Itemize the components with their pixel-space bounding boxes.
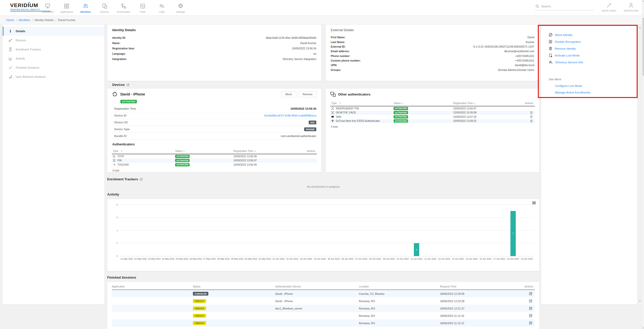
open-session-icon[interactable] [529, 299, 532, 303]
open-session-icon[interactable] [529, 314, 532, 317]
open-session-icon[interactable] [529, 292, 532, 295]
nav-item-devices[interactable]: Devices [95, 0, 114, 16]
device-os-badge: iOS [309, 121, 316, 124]
chart-bar-cell [368, 205, 382, 256]
chart-bar[interactable]: 7 [510, 211, 516, 256]
session-row[interactable]: CANCELED David - iPhone Czechia, CZ, Bla… [112, 290, 535, 297]
user-behavior-icon [8, 75, 13, 79]
external-row: Custom phone number:+420733451101 [331, 58, 534, 63]
trash-icon [549, 47, 552, 50]
column-header[interactable]: Status⇅ [394, 102, 453, 105]
nav-item-audit[interactable]: Audit [152, 0, 171, 16]
magic-wand-icon [606, 2, 612, 8]
search-input[interactable] [541, 5, 587, 8]
table-row[interactable]: TOUCHID ACTIVATED 10/05/2022 13:56:49 [112, 163, 317, 167]
breadcrumb-identities-link[interactable]: Identities [19, 18, 30, 22]
user-menu[interactable]: David Kuchar [624, 2, 638, 12]
scrollbar-up-icon[interactable]: ▲ [642, 0, 644, 2]
block-identity-action[interactable]: Block Identity [549, 31, 637, 38]
sidebar-item-user-behavior-analysis[interactable]: User Behavior Analysis [3, 72, 104, 81]
table-row[interactable]: DESKTOP_FACE ACTIVATED 12/05/2022 10:35:… [330, 111, 535, 115]
table-row[interactable]: INDEPENDENT PIN ACTIVATED 10/05/2022 13:… [330, 106, 535, 111]
sidebar-item-finished-sessions[interactable]: Finished Sessions [3, 63, 104, 72]
configure-lost-mode-link[interactable]: Configure Lost Mode [555, 84, 637, 87]
delete-authenticator-icon[interactable] [530, 120, 533, 123]
panel-scroll-up-icon[interactable]: ▲ [639, 26, 641, 29]
column-header[interactable]: Type⇅ [330, 102, 394, 105]
nav-item-orchestrator[interactable]: Orchestrator [114, 0, 133, 16]
nav-item-settings[interactable]: ⚙ Settings [171, 0, 190, 16]
column-header[interactable]: Status⇅ [175, 150, 233, 152]
column-header[interactable]: Registration Time⇅ [453, 102, 517, 105]
x-axis-label: 24 May 2022 [161, 258, 175, 260]
session-row[interactable]: TIMEOUT Romania, RO 18/06/2022 11:12:16 [112, 312, 535, 319]
breadcrumb-home-link[interactable]: Home [6, 18, 14, 22]
chart-bar-cell [272, 205, 285, 256]
identity-row: Registration time:10/05/2022 13:56:34 [112, 46, 316, 51]
remove-device-button[interactable]: Remove [298, 91, 317, 97]
scrollbar-down-icon[interactable]: ▼ [642, 327, 644, 329]
disable-recognition-action[interactable]: Disable Recognition [549, 38, 637, 45]
sidebar-item-devices[interactable]: Devices [3, 36, 104, 45]
chart-bar-cell [299, 205, 313, 256]
chart-bar-cell [120, 205, 134, 256]
sidebar-item-enrolment-trackers[interactable]: Enrolment Trackers [3, 45, 104, 54]
quick-actions-button[interactable]: Quick Actions [602, 2, 616, 12]
chart-bar-cell: 2 [410, 205, 423, 256]
session-row[interactable]: TIMEOUT Romania, RO 18/06/2022 11:12:12 [112, 319, 535, 327]
sidebar-item-activity[interactable]: Activity [3, 54, 104, 63]
nav-item-tools[interactable]: Tools [133, 0, 152, 16]
x-axis-label: 01 Jun 2022 [272, 258, 285, 260]
page-scrollbar[interactable]: ▲ ▼ [642, 0, 644, 329]
x-axis-label: 15 Jun 2022 [465, 258, 479, 260]
activity-header: Activity [107, 192, 119, 196]
scrollbar-thumb[interactable] [642, 18, 644, 76]
activate-lost-mode-action[interactable]: Activate Lost Mode [549, 52, 637, 59]
table-row[interactable]: TOTP ACTIVATED 10/05/2022 13:56:49 [112, 154, 317, 159]
nav-item-identities[interactable]: Identities [76, 0, 95, 16]
nav-item-applications[interactable]: Applications [57, 0, 76, 16]
device-field-row: Device Type PHONE [112, 126, 317, 133]
table-row[interactable]: GoTrust Idem Key FIDO2 Authenticator ACT… [330, 119, 535, 123]
column-header[interactable]: Type⇅ [112, 150, 175, 152]
info-icon: i [8, 29, 13, 33]
remove-identity-action[interactable]: Remove Identity [549, 45, 637, 52]
sidebar-item-details[interactable]: i Details [3, 27, 104, 36]
external-row: Last Name:Kuchar [331, 40, 534, 44]
sort-icon: ⇅ [254, 150, 256, 152]
delete-authenticator-icon[interactable] [530, 111, 533, 114]
status-badge: ACTIVATED [394, 115, 408, 119]
open-session-icon[interactable] [529, 321, 532, 325]
check-icon [8, 66, 13, 69]
chart-bar-cell [216, 205, 230, 256]
delete-authenticator-icon[interactable] [530, 115, 533, 118]
chart-bar-cell [341, 205, 354, 256]
device-id-link[interactable]: 91e4a58a-b672-4c88-9fd3-cceb9898ba1a [264, 114, 316, 117]
devices-section-title: Devices [112, 83, 125, 87]
session-row[interactable]: TIMEOUT dav1_Windows_server Romania, RO … [112, 305, 535, 312]
column-header: Status [193, 285, 275, 288]
external-details-title: External Details [331, 28, 534, 32]
block-device-button[interactable]: Block [281, 91, 296, 97]
open-session-icon[interactable] [529, 307, 532, 310]
open-devices-icon[interactable] [126, 83, 130, 86]
global-search[interactable] [535, 2, 594, 10]
applications-icon [64, 3, 70, 9]
nav-item-dashboard[interactable]: Dashboard [38, 0, 57, 16]
column-header[interactable]: Registration Time⇅ [233, 150, 298, 152]
table-row[interactable]: PIN ACTIVATED 10/05/2022 13:56:47 [112, 159, 317, 163]
chart-bar-cell [382, 205, 396, 256]
manage-active-enrollments-link[interactable]: Manage Active Enrollments [555, 91, 637, 94]
table-row[interactable]: SMS ACTIVATED 10/05/2022 13:57:33 [330, 115, 535, 119]
settings-gear-icon: ⚙ [178, 3, 183, 9]
breadcrumb: Home / Identities / Identity Details / D… [0, 16, 644, 24]
chart-bar-cell: 7 [506, 205, 520, 256]
open-enrolment-trackers-icon[interactable] [140, 178, 143, 181]
y-axis-label: 2 [117, 242, 118, 244]
chart-bar[interactable]: 2 [414, 243, 419, 256]
field-label: Email address: [331, 50, 350, 53]
session-row[interactable]: TIMEOUT David - iPhone Romania, RO 18/06… [112, 297, 535, 305]
panel-scroll-down-icon[interactable]: ▼ [639, 300, 641, 302]
finished-sessions-title: Finished Sessions [107, 276, 136, 279]
directory-service-info-action[interactable]: Directory Service Info [549, 59, 637, 66]
